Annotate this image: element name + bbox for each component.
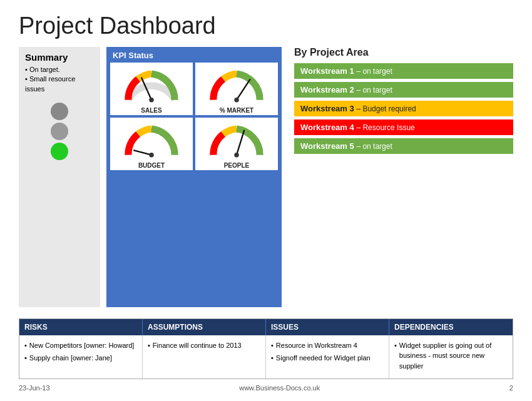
ws3-detail: – Budget required xyxy=(356,104,416,113)
td-assumptions: • Finance will continue to 2013 xyxy=(143,335,266,379)
ws3-name: Workstream 3 xyxy=(300,104,354,113)
ws5-detail: – on target xyxy=(356,142,392,151)
traffic-light xyxy=(51,103,68,160)
page-title: Project Dashboard xyxy=(19,13,513,39)
gauge-budget: BUDGET xyxy=(110,118,193,170)
workstream-3: Workstream 3 – Budget required xyxy=(294,101,513,116)
issue-text-2: Signoff needed for Widget plan xyxy=(276,353,371,363)
gauge-market-svg xyxy=(202,65,271,106)
svg-point-1 xyxy=(149,98,153,102)
summary-text: • On target. • Small resource issues xyxy=(25,65,94,94)
summary-title: Summary xyxy=(25,52,68,63)
workstream-4: Workstream 4 – Resource Issue xyxy=(294,119,513,135)
bottom-table: RISKS ASSUMPTIONS ISSUES DEPENDENCIES • … xyxy=(19,318,513,380)
gauge-sales-label: SALES xyxy=(141,107,161,114)
td-dependencies: • Widget supplier is going out of busine… xyxy=(389,335,513,379)
summary-bullet-1: • On target. xyxy=(25,65,94,74)
gauge-budget-svg xyxy=(117,120,186,161)
svg-point-5 xyxy=(149,153,153,157)
td-risks: • New Competitors [owner: Howard] • Supp… xyxy=(19,335,143,379)
gauge-market: % MARKET xyxy=(195,63,278,115)
issue-item-1: • Resource in Workstream 4 xyxy=(271,340,384,351)
gauge-people: PEOPLE xyxy=(195,118,278,170)
dependency-item-1: • Widget supplier is going out of busine… xyxy=(394,340,508,372)
workstream-1: Workstream 1 – on target xyxy=(294,63,513,79)
ws1-detail: – on target xyxy=(356,67,392,76)
kpi-box: KPI Status xyxy=(106,47,282,307)
risk-text-2: Supply chain [owner: Jane] xyxy=(29,353,112,363)
gauge-budget-label: BUDGET xyxy=(138,162,165,169)
issue-item-2: • Signoff needed for Widget plan xyxy=(271,353,384,363)
kpi-grid: SALES % MARKET xyxy=(110,63,278,170)
traffic-light-red xyxy=(51,103,68,120)
th-assumptions: ASSUMPTIONS xyxy=(143,319,266,335)
workstream-list: Workstream 1 – on target Workstream 2 – … xyxy=(294,63,513,154)
ws5-name: Workstream 5 xyxy=(300,141,354,151)
ws1-name: Workstream 1 xyxy=(300,66,354,76)
gauge-people-svg xyxy=(202,120,271,161)
risk-item-1: • New Competitors [owner: Howard] xyxy=(24,340,137,351)
th-risks: RISKS xyxy=(19,319,143,335)
footer: 23-Jun-13 www.Business-Docs.co.uk 2 xyxy=(19,384,513,392)
footer-page: 2 xyxy=(509,384,513,392)
gauge-people-label: PEOPLE xyxy=(224,162,250,169)
kpi-title: KPI Status xyxy=(110,51,278,60)
ws4-detail: – Resource Issue xyxy=(356,123,414,132)
assumption-text-1: Finance will continue to 2013 xyxy=(153,340,242,351)
top-section: Summary • On target. • Small resource is… xyxy=(19,47,513,307)
ws4-name: Workstream 4 xyxy=(300,123,354,132)
dependency-text-1: Widget supplier is going out of business… xyxy=(399,340,508,372)
assumption-item-1: • Finance will continue to 2013 xyxy=(148,340,260,351)
project-area-title: By Project Area xyxy=(294,47,513,58)
ws2-detail: – on target xyxy=(356,86,392,94)
ws2-name: Workstream 2 xyxy=(300,85,354,94)
risk-text-1: New Competitors [owner: Howard] xyxy=(29,340,135,351)
workstream-5: Workstream 5 – on target xyxy=(294,138,513,154)
issue-text-1: Resource in Workstream 4 xyxy=(276,340,357,351)
table-header: RISKS ASSUMPTIONS ISSUES DEPENDENCIES xyxy=(19,319,513,335)
svg-line-6 xyxy=(237,131,244,155)
gauge-market-label: % MARKET xyxy=(220,107,253,114)
project-area: By Project Area Workstream 1 – on target… xyxy=(288,47,513,307)
footer-date: 23-Jun-13 xyxy=(19,384,50,392)
summary-bullet-2: • Small resource issues xyxy=(25,74,94,94)
svg-point-7 xyxy=(234,153,238,157)
gauge-sales-svg xyxy=(117,65,186,106)
page: Project Dashboard Summary • On target. •… xyxy=(0,0,532,401)
traffic-light-yellow xyxy=(51,123,68,140)
gauge-sales: SALES xyxy=(110,63,193,115)
footer-website: www.Business-Docs.co.uk xyxy=(239,384,320,392)
workstream-2: Workstream 2 – on target xyxy=(294,82,513,98)
svg-point-3 xyxy=(234,98,238,102)
svg-line-4 xyxy=(134,150,151,155)
risk-item-2: • Supply chain [owner: Jane] xyxy=(24,353,137,363)
th-dependencies: DEPENDENCIES xyxy=(389,319,513,335)
svg-line-2 xyxy=(237,79,250,100)
traffic-light-green xyxy=(51,143,68,160)
td-issues: • Resource in Workstream 4 • Signoff nee… xyxy=(266,335,389,379)
summary-box: Summary • On target. • Small resource is… xyxy=(19,47,100,307)
table-body: • New Competitors [owner: Howard] • Supp… xyxy=(19,335,513,379)
th-issues: ISSUES xyxy=(266,319,389,335)
